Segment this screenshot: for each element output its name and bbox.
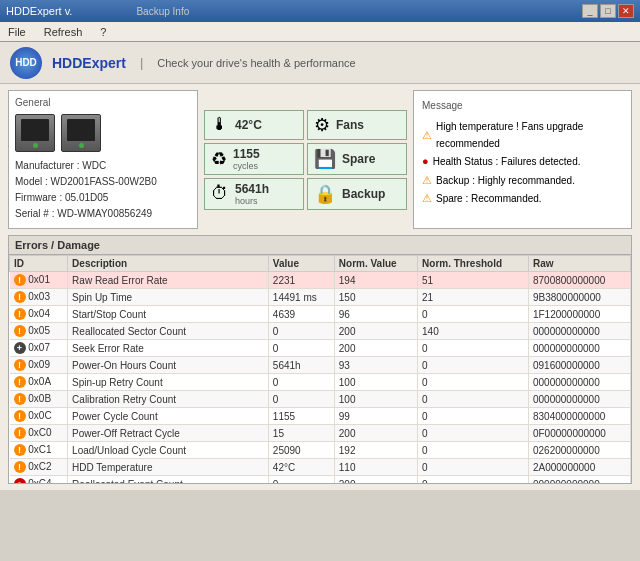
cell-norm: 194 (334, 272, 417, 289)
cell-desc: Reallocated Sector Count (68, 323, 269, 340)
table-scroll[interactable]: ID Description Value Norm. Value Norm. T… (9, 255, 631, 483)
temp-icon: 🌡 (211, 114, 229, 135)
backup-button[interactable]: 🔒 Backup (307, 178, 407, 210)
msg-row-3: ⚠ Backup : Highly recommanded. (422, 171, 623, 190)
msg-warn-icon-3: ⚠ (422, 171, 432, 190)
cell-threshold: 0 (418, 340, 529, 357)
cell-raw: 000000000000 (528, 340, 630, 357)
cell-norm: 150 (334, 289, 417, 306)
cell-value: 0 (268, 476, 334, 484)
cell-id: ! 0x01 (10, 272, 68, 289)
cell-norm: 99 (334, 408, 417, 425)
row-icon: ● (14, 478, 26, 483)
errors-section: Errors / Damage ID Description Value Nor… (8, 235, 632, 484)
msg-row-2: ● Health Status : Failures detected. (422, 152, 623, 171)
table-row: ! 0x04 Start/Stop Count 4639 96 0 1F1200… (10, 306, 631, 323)
cell-norm: 100 (334, 391, 417, 408)
table-row: ! 0xC0 Power-Off Retract Cycle 15 200 0 … (10, 425, 631, 442)
hours-button[interactable]: ⏱ 5641h hours (204, 178, 304, 210)
spare-button[interactable]: 💾 Spare (307, 143, 407, 175)
menu-help[interactable]: ? (96, 24, 110, 40)
cell-desc: Reallocated Event Count (68, 476, 269, 484)
cell-value: 5641h (268, 357, 334, 374)
cell-threshold: 0 (418, 408, 529, 425)
cell-id: ! 0x09 (10, 357, 68, 374)
cell-desc: Power-Off Retract Cycle (68, 425, 269, 442)
temp-button[interactable]: 🌡 42°C (204, 110, 304, 140)
menu-bar: File Refresh ? (0, 22, 640, 42)
cell-desc: Spin Up Time (68, 289, 269, 306)
table-row: ! 0x0B Calibration Retry Count 0 100 0 0… (10, 391, 631, 408)
cell-raw: 026200000000 (528, 442, 630, 459)
row-icon: ! (14, 427, 26, 439)
main-content: General Manufacturer : WDC Model : WD200… (0, 84, 640, 490)
menu-file[interactable]: File (4, 24, 30, 40)
model: Model : WD2001FASS-00W2B0 (15, 174, 191, 190)
stat-row-3: ⏱ 5641h hours 🔒 Backup (204, 178, 407, 210)
cell-raw: 091600000000 (528, 357, 630, 374)
maximize-button[interactable]: □ (600, 4, 616, 18)
cell-norm: 200 (334, 476, 417, 484)
cell-raw: 1F1200000000 (528, 306, 630, 323)
cell-id: ! 0xC2 (10, 459, 68, 476)
hours-unit: hours (235, 196, 269, 206)
general-label: General (15, 97, 191, 108)
menu-refresh[interactable]: Refresh (40, 24, 87, 40)
cell-id: ! 0x0B (10, 391, 68, 408)
table-row: + 0x07 Seek Error Rate 0 200 0 000000000… (10, 340, 631, 357)
firmware: Firmware : 05.01D05 (15, 190, 191, 206)
fans-button[interactable]: ⚙ Fans (307, 110, 407, 140)
app-logo: HDD (10, 47, 42, 79)
minimize-button[interactable]: _ (582, 4, 598, 18)
cell-threshold: 0 (418, 391, 529, 408)
cell-raw: 000000000000 (528, 374, 630, 391)
general-box: General Manufacturer : WDC Model : WD200… (8, 90, 198, 229)
cell-threshold: 0 (418, 357, 529, 374)
cell-raw: 8700800000000 (528, 272, 630, 289)
row-icon: + (14, 342, 26, 354)
app-title: HDDExpert (52, 55, 126, 71)
cell-desc: Start/Stop Count (68, 306, 269, 323)
cell-norm: 96 (334, 306, 417, 323)
fans-icon: ⚙ (314, 114, 330, 136)
cell-id: ! 0x05 (10, 323, 68, 340)
cell-value: 0 (268, 323, 334, 340)
table-row: ! 0xC1 Load/Unload Cycle Count 25090 192… (10, 442, 631, 459)
row-icon: ! (14, 308, 26, 320)
app-header: HDD HDDExpert | Check your drive's healt… (0, 42, 640, 84)
table-row: ! 0x01 Raw Read Error Rate 2231 194 51 8… (10, 272, 631, 289)
cycles-unit: cycles (233, 161, 260, 171)
stats-panel: 🌡 42°C ⚙ Fans ♻ 1155 (204, 90, 407, 229)
message-title: Message (422, 97, 623, 114)
title-bar-extra: Backup Info (136, 6, 189, 17)
backup-label: Backup (342, 187, 385, 201)
cell-norm: 200 (334, 425, 417, 442)
cell-value: 15 (268, 425, 334, 442)
temp-value: 42°C (235, 118, 262, 132)
cell-norm: 93 (334, 357, 417, 374)
cell-id: ! 0x03 (10, 289, 68, 306)
cell-value: 14491 ms (268, 289, 334, 306)
col-threshold: Norm. Threshold (418, 256, 529, 272)
cell-id: ! 0x0C (10, 408, 68, 425)
cell-desc: Load/Unload Cycle Count (68, 442, 269, 459)
cell-threshold: 0 (418, 476, 529, 484)
row-icon: ! (14, 410, 26, 422)
table-row: ! 0x09 Power-On Hours Count 5641h 93 0 0… (10, 357, 631, 374)
table-wrapper: ID Description Value Norm. Value Norm. T… (9, 255, 631, 483)
cell-id: ! 0xC1 (10, 442, 68, 459)
title-bar-text: HDDExpert v. (6, 5, 72, 17)
cycles-button[interactable]: ♻ 1155 cycles (204, 143, 304, 175)
cell-norm: 200 (334, 340, 417, 357)
msg-text-3: Backup : Highly recommanded. (436, 172, 575, 189)
stat-row-2: ♻ 1155 cycles 💾 Spare (204, 143, 407, 175)
cell-value: 0 (268, 391, 334, 408)
row-icon: ! (14, 444, 26, 456)
close-button[interactable]: ✕ (618, 4, 634, 18)
row-icon: ! (14, 461, 26, 473)
serial: Serial # : WD-WMAY00856249 (15, 206, 191, 222)
row-icon: ! (14, 393, 26, 405)
cell-threshold: 21 (418, 289, 529, 306)
stat-row-1: 🌡 42°C ⚙ Fans (204, 110, 407, 140)
cell-value: 4639 (268, 306, 334, 323)
